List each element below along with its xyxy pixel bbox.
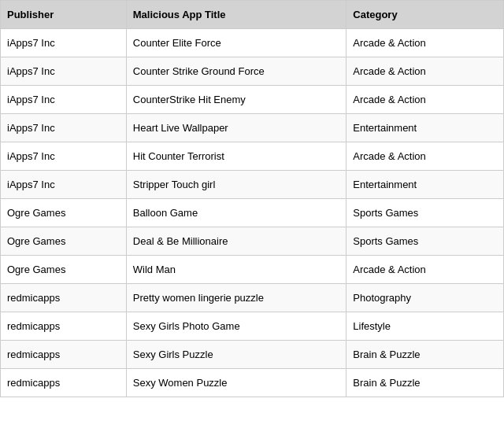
category-cell: Arcade & Action xyxy=(346,29,504,57)
table-row: iApps7 IncCounter Elite ForceArcade & Ac… xyxy=(1,29,504,57)
table-row: Ogre GamesBalloon GameSports Games xyxy=(1,199,504,227)
publisher-cell: redmicapps xyxy=(1,369,127,397)
publisher-cell: iApps7 Inc xyxy=(1,57,127,86)
category-cell: Sports Games xyxy=(346,227,504,256)
table-header-row: Publisher Malicious App Title Category xyxy=(1,1,504,29)
publisher-cell: iApps7 Inc xyxy=(1,114,127,142)
category-cell: Sports Games xyxy=(346,199,504,227)
header-publisher: Publisher xyxy=(1,1,127,29)
table-row: Ogre GamesWild ManArcade & Action xyxy=(1,256,504,284)
category-cell: Arcade & Action xyxy=(346,86,504,114)
app-title-cell: Hit Counter Terrorist xyxy=(126,142,346,171)
table-row: iApps7 IncCounterStrike Hit EnemyArcade … xyxy=(1,86,504,114)
app-title-cell: Wild Man xyxy=(126,256,346,284)
category-cell: Arcade & Action xyxy=(346,57,504,86)
app-title-cell: Deal & Be Millionaire xyxy=(126,227,346,256)
publisher-cell: iApps7 Inc xyxy=(1,29,127,57)
publisher-cell: redmicapps xyxy=(1,341,127,369)
category-cell: Photography xyxy=(346,284,504,312)
header-app-title: Malicious App Title xyxy=(126,1,346,29)
publisher-cell: iApps7 Inc xyxy=(1,171,127,199)
app-title-cell: Sexy Women Puzzle xyxy=(126,369,346,397)
app-title-cell: Sexy Girls Puzzle xyxy=(126,341,346,369)
malicious-apps-table: Publisher Malicious App Title Category i… xyxy=(0,0,504,397)
publisher-cell: iApps7 Inc xyxy=(1,142,127,171)
app-title-cell: Heart Live Wallpaper xyxy=(126,114,346,142)
app-title-cell: Counter Elite Force xyxy=(126,29,346,57)
app-title-cell: Counter Strike Ground Force xyxy=(126,57,346,86)
app-title-cell: Balloon Game xyxy=(126,199,346,227)
publisher-cell: Ogre Games xyxy=(1,227,127,256)
table-row: redmicappsSexy Girls PuzzleBrain & Puzzl… xyxy=(1,341,504,369)
app-title-cell: CounterStrike Hit Enemy xyxy=(126,86,346,114)
category-cell: Brain & Puzzle xyxy=(346,369,504,397)
table-row: redmicappsSexy Women PuzzleBrain & Puzzl… xyxy=(1,369,504,397)
category-cell: Arcade & Action xyxy=(346,142,504,171)
category-cell: Lifestyle xyxy=(346,312,504,341)
publisher-cell: redmicapps xyxy=(1,312,127,341)
table-row: iApps7 IncHit Counter TerroristArcade & … xyxy=(1,142,504,171)
app-title-cell: Sexy Girls Photo Game xyxy=(126,312,346,341)
category-cell: Entertainment xyxy=(346,171,504,199)
table-row: redmicappsSexy Girls Photo GameLifestyle xyxy=(1,312,504,341)
category-cell: Brain & Puzzle xyxy=(346,341,504,369)
publisher-cell: redmicapps xyxy=(1,284,127,312)
app-title-cell: Stripper Touch girl xyxy=(126,171,346,199)
header-category: Category xyxy=(346,1,504,29)
category-cell: Entertainment xyxy=(346,114,504,142)
publisher-cell: Ogre Games xyxy=(1,199,127,227)
table-row: iApps7 IncCounter Strike Ground ForceArc… xyxy=(1,57,504,86)
table-row: redmicappsPretty women lingerie puzzlePh… xyxy=(1,284,504,312)
app-title-cell: Pretty women lingerie puzzle xyxy=(126,284,346,312)
table-row: iApps7 IncHeart Live WallpaperEntertainm… xyxy=(1,114,504,142)
table-row: iApps7 IncStripper Touch girlEntertainme… xyxy=(1,171,504,199)
publisher-cell: iApps7 Inc xyxy=(1,86,127,114)
category-cell: Arcade & Action xyxy=(346,256,504,284)
table-row: Ogre GamesDeal & Be MillionaireSports Ga… xyxy=(1,227,504,256)
publisher-cell: Ogre Games xyxy=(1,256,127,284)
